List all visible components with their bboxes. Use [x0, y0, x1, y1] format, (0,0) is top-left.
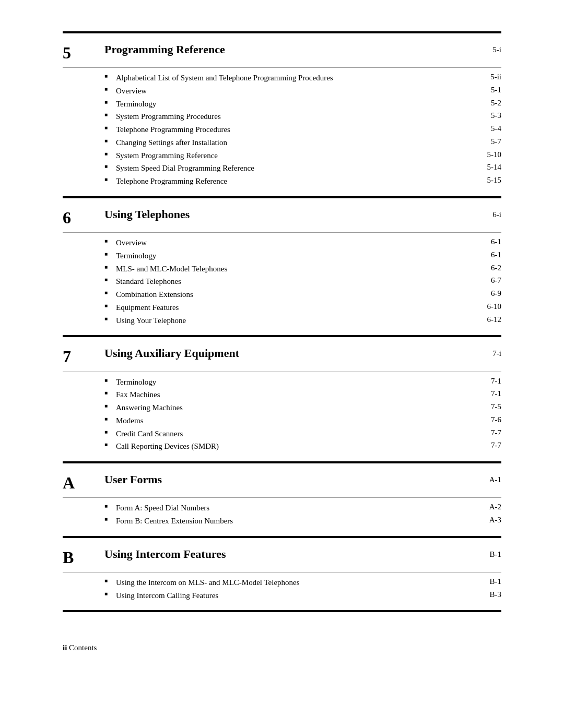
- item-label: Answering Machines: [116, 402, 460, 414]
- bullet-icon: ■: [104, 111, 116, 117]
- list-item: ■Terminology6-1: [63, 250, 501, 262]
- item-label: Using Intercom Calling Features: [116, 590, 460, 602]
- item-page: 5-10: [460, 150, 501, 159]
- section-header-5: 5Programming Reference5-i: [63, 33, 501, 68]
- item-label: Using the Intercom on MLS- and MLC-Model…: [116, 577, 460, 589]
- item-label: Standard Telephones: [116, 276, 460, 288]
- section-items-5: ■Alphabetical List of System and Telepho…: [63, 68, 501, 198]
- item-page: 5-2: [460, 99, 501, 108]
- bullet-icon: ■: [104, 315, 116, 321]
- list-item: ■System Speed Dial Programming Reference…: [63, 163, 501, 174]
- bullet-icon: ■: [104, 237, 116, 244]
- list-item: ■Terminology5-2: [63, 99, 501, 110]
- bullet-icon: ■: [104, 276, 116, 282]
- section-B: BUsing Intercom FeaturesB-1■Using the In…: [63, 538, 501, 613]
- bullet-icon: ■: [104, 163, 116, 169]
- section-7: 7Using Auxiliary Equipment7-i■Terminolog…: [63, 337, 501, 463]
- item-label: Terminology: [116, 99, 460, 110]
- item-page: 7-6: [460, 415, 501, 424]
- section-title-page-B: B-1: [460, 547, 501, 559]
- bullet-icon: ■: [104, 441, 116, 447]
- section-5: 5Programming Reference5-i■Alphabetical L…: [63, 33, 501, 198]
- section-title-5: Programming Reference: [104, 43, 225, 56]
- bullet-icon: ■: [104, 590, 116, 596]
- item-page: 5-4: [460, 124, 501, 133]
- bullet-icon: ■: [104, 176, 116, 182]
- item-page: 5-3: [460, 111, 501, 120]
- list-item: ■Combination Extensions6-9: [63, 289, 501, 301]
- item-page: 6-1: [460, 237, 501, 246]
- item-label: Credit Card Scanners: [116, 428, 460, 440]
- section-title-page-6: 6-i: [460, 208, 501, 219]
- bullet-icon: ■: [104, 264, 116, 270]
- footer: ii Contents: [63, 643, 501, 652]
- bullet-icon: ■: [104, 289, 116, 295]
- item-page: 7-7: [460, 441, 501, 450]
- section-title-page-5: 5-i: [460, 43, 501, 54]
- section-items-A: ■Form A: Speed Dial NumbersA-2■Form B: C…: [63, 498, 501, 538]
- item-page: 7-1: [460, 389, 501, 398]
- section-title-6: Using Telephones: [104, 208, 190, 221]
- item-label: Form A: Speed Dial Numbers: [116, 503, 460, 514]
- section-items-B: ■Using the Intercom on MLS- and MLC-Mode…: [63, 572, 501, 613]
- section-6: 6Using Telephones6-i■Overview6-1■Termino…: [63, 198, 501, 337]
- bullet-icon: ■: [104, 377, 116, 383]
- list-item: ■Credit Card Scanners7-7: [63, 428, 501, 440]
- list-item: ■Using Intercom Calling FeaturesB-3: [63, 590, 501, 602]
- item-page: A-3: [460, 516, 501, 524]
- item-label: Equipment Features: [116, 302, 460, 314]
- item-page: 5-ii: [460, 73, 501, 81]
- section-items-6: ■Overview6-1■Terminology6-1■MLS- and MLC…: [63, 233, 501, 337]
- bullet-icon: ■: [104, 302, 116, 308]
- list-item: ■Form A: Speed Dial NumbersA-2: [63, 503, 501, 514]
- item-page: 7-5: [460, 402, 501, 411]
- item-page: 7-1: [460, 377, 501, 386]
- list-item: ■Call Reporting Devices (SMDR)7-7: [63, 441, 501, 452]
- item-page: B-3: [460, 590, 501, 599]
- item-label: MLS- and MLC-Model Telephones: [116, 264, 460, 275]
- section-title-A: User Forms: [104, 473, 162, 486]
- item-label: Modems: [116, 415, 460, 427]
- list-item: ■System Programming Procedures5-3: [63, 111, 501, 123]
- section-title-B: Using Intercom Features: [104, 547, 226, 560]
- section-items-7: ■Terminology7-1■Fax Machines7-1■Answerin…: [63, 372, 501, 464]
- item-label: System Speed Dial Programming Reference: [116, 163, 460, 174]
- bullet-icon: ■: [104, 124, 116, 130]
- item-page: B-1: [460, 577, 501, 586]
- list-item: ■Changing Settings after Installation5-7: [63, 137, 501, 149]
- list-item: ■Form B: Centrex Extension NumbersA-3: [63, 516, 501, 527]
- section-number-6: 6: [63, 208, 104, 227]
- item-page: 5-15: [460, 176, 501, 185]
- bullet-icon: ■: [104, 577, 116, 583]
- list-item: ■System Programming Reference5-10: [63, 150, 501, 162]
- section-A: AUser FormsA-1■Form A: Speed Dial Number…: [63, 463, 501, 538]
- item-page: 5-1: [460, 86, 501, 94]
- item-label: Terminology: [116, 377, 460, 388]
- list-item: ■Overview5-1: [63, 86, 501, 97]
- list-item: ■Telephone Programming Procedures5-4: [63, 124, 501, 136]
- item-label: Call Reporting Devices (SMDR): [116, 441, 460, 452]
- item-label: Terminology: [116, 250, 460, 262]
- item-page: 7-7: [460, 428, 501, 437]
- item-page: 5-14: [460, 163, 501, 172]
- footer-label: Contents: [69, 643, 97, 652]
- item-label: Alphabetical List of System and Telephon…: [116, 73, 460, 84]
- section-header-7: 7Using Auxiliary Equipment7-i: [63, 337, 501, 372]
- item-page: 6-1: [460, 250, 501, 259]
- section-title-page-7: 7-i: [460, 347, 501, 358]
- section-header-A: AUser FormsA-1: [63, 463, 501, 498]
- item-label: System Programming Reference: [116, 150, 460, 162]
- list-item: ■Fax Machines7-1: [63, 389, 501, 401]
- list-item: ■Using the Intercom on MLS- and MLC-Mode…: [63, 577, 501, 589]
- section-number-7: 7: [63, 347, 104, 366]
- section-header-B: BUsing Intercom FeaturesB-1: [63, 538, 501, 572]
- bullet-icon: ■: [104, 415, 116, 422]
- list-item: ■Using Your Telephone6-12: [63, 315, 501, 327]
- list-item: ■Terminology7-1: [63, 377, 501, 388]
- section-title-block-B: Using Intercom Features: [104, 547, 460, 561]
- section-title-page-A: A-1: [460, 473, 501, 484]
- section-title-block-A: User Forms: [104, 473, 460, 486]
- list-item: ■Equipment Features6-10: [63, 302, 501, 314]
- section-title-block-7: Using Auxiliary Equipment: [104, 347, 460, 360]
- item-page: 5-7: [460, 137, 501, 146]
